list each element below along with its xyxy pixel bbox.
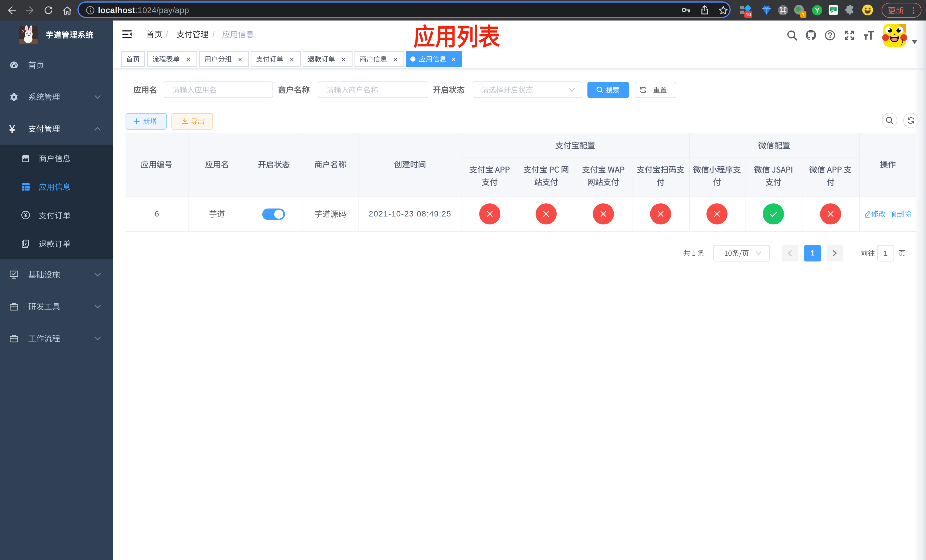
svg-text:Y: Y [815,6,820,14]
svg-text:1: 1 [802,12,804,17]
svg-text:10: 10 [746,12,751,17]
